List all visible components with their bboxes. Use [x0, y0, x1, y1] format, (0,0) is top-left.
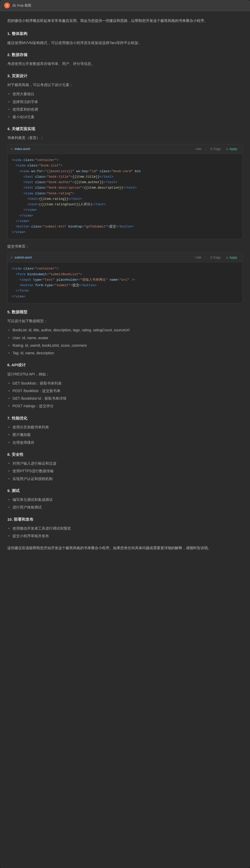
section-deploy-bullets: 使用微信开发者工具进行调试和预览 提交小程序审核并发布 — [7, 525, 243, 539]
bullet-item: Rating: id, userId, bookListId, score, c… — [7, 342, 243, 349]
bullet-item: 使用分页加载书单列表 — [7, 424, 243, 431]
bullet-item: 实现用户认证和授权机制 — [7, 475, 243, 482]
code-actions-2: ↑ Ask | ⎘ Copy ▷ Apply — [192, 254, 239, 260]
section-2-body: 考虑使用云开发数据库存储书单、用户、评分等信息。 — [7, 61, 243, 67]
bullet-item: 提交小程序审核并发布 — [7, 533, 243, 539]
code-filename-1: index.wxml — [14, 146, 189, 152]
title-bar: X 由 Xnip 截图 — [0, 0, 250, 11]
ask-button-1[interactable]: ↑ Ask — [192, 146, 203, 152]
section-test-bullets: 编写单元测试和集成测试 进行用户体验测试 — [7, 496, 243, 510]
copy-button-2[interactable]: ⎘ Copy — [208, 255, 223, 260]
section-3-bullets: 使用大量留白 选择简洁的字体 使用柔和的色调 最小化UI元素 — [7, 91, 243, 120]
main-window: X 由 Xnip 截图 您的微信小程序概念听起来非常有趣且实用。我会为您提供一些… — [0, 0, 250, 868]
section-3-body: 对于极简风格，可以考虑以下设计元素： — [7, 82, 243, 88]
file-icon-2: ≡ — [11, 255, 12, 260]
bullet-item: 进行用户体验测试 — [7, 504, 243, 510]
apply-button-1[interactable]: ▷ Apply — [224, 146, 239, 152]
bullet-item: BookList: id, title, author, description… — [7, 327, 243, 334]
section-3-heading: 3. 页面设计 — [7, 72, 243, 79]
file-icon-1: ≡ — [11, 146, 12, 152]
footer-text: 这些建议应该能帮助您开始开发这个极简风格的书单聚合小程序。如果您有任何具体问题或… — [7, 545, 243, 551]
bullet-item: POST /booklists：提交新书单 — [7, 388, 243, 394]
app-logo: X — [4, 3, 10, 8]
ask-button-2[interactable]: ↑ Ask — [192, 255, 203, 260]
code-block-2-header: ≡ submit.wxml ↑ Ask | ⎘ Copy ▷ Apply — [7, 253, 243, 262]
bullet-item: 对用户输入进行验证和过滤 — [7, 460, 243, 467]
bullet-item: 选择简洁的字体 — [7, 99, 243, 105]
section-data-bullets: BookList: id, title, author, description… — [7, 327, 243, 356]
bullet-item: GET /booklists：获取书单列表 — [7, 380, 243, 386]
code-block-1-header: ≡ index.wxml ↑ Ask | ⎘ Copy ▷ Apply — [7, 144, 243, 154]
sub-label-1: 书单列表页（首页）： — [7, 135, 243, 141]
apply-button-2[interactable]: ▷ Apply — [224, 255, 239, 260]
section-api-bullets: GET /booklists：获取书单列表 POST /booklists：提交… — [7, 380, 243, 410]
logo-text: X — [6, 3, 8, 8]
section-1-body: 建议使用MVVM架构模式，可以使用微信小程序原生框架或选择Taro等跨平台框架。 — [7, 40, 243, 46]
section-data-heading: 5. 数据模型 — [7, 309, 243, 315]
bullet-item: 使用HTTPS进行数据传输 — [7, 468, 243, 474]
bullet-item: GET /booklists/:id：获取书单详情 — [7, 395, 243, 402]
sub-label-2: 提交书单页： — [7, 243, 243, 250]
section-1-heading: 1. 整体架构 — [7, 30, 243, 37]
section-perf-heading: 7. 性能优化 — [7, 415, 243, 422]
section-perf-bullets: 使用分页加载书单列表 图片懒加载 合理使用缓存 — [7, 424, 243, 446]
bullet-item: 使用柔和的色调 — [7, 106, 243, 113]
bullet-item: 合理使用缓存 — [7, 439, 243, 446]
code-block-2: ≡ submit.wxml ↑ Ask | ⎘ Copy ▷ Apply <vi… — [7, 252, 243, 303]
code-filename-2: submit.wxml — [14, 255, 189, 260]
section-api-body: 设计RESTful API，例如： — [7, 371, 243, 377]
bullet-item: 编写单元测试和集成测试 — [7, 496, 243, 503]
bullet-item: 图片懒加载 — [7, 432, 243, 438]
section-4-heading: 4. 关键页面实现 — [7, 125, 243, 132]
copy-icon-2: ⎘ — [210, 256, 212, 259]
section-2-heading: 2. 数据存储 — [7, 52, 243, 58]
section-test-heading: 9. 测试 — [7, 487, 243, 494]
code-content-2: <view class="container"> <form bindsubmi… — [7, 262, 243, 303]
bullet-item: User: id, name, avatar — [7, 335, 243, 341]
intro-text: 您的微信小程序概念听起来非常有趣且实用。我会为您提供一些建议和思路，以帮助您开发… — [7, 18, 243, 24]
bullet-item: 使用大量留白 — [7, 91, 243, 97]
copy-icon-1: ⎘ — [210, 147, 212, 151]
bullet-item: Tag: id, name, description — [7, 350, 243, 356]
bullet-item: 使用微信开发者工具进行调试和预览 — [7, 525, 243, 532]
main-content: 您的微信小程序概念听起来非常有趣且实用。我会为您提供一些建议和思路，以帮助您开发… — [0, 11, 250, 564]
section-security-heading: 8. 安全性 — [7, 451, 243, 458]
code-actions-1: ↑ Ask | ⎘ Copy ▷ Apply — [192, 146, 239, 152]
copy-button-1[interactable]: ⎘ Copy — [208, 146, 223, 152]
code-content-1: <view class="container"> <view class="bo… — [7, 154, 243, 239]
section-deploy-heading: 10. 部署和发布 — [7, 516, 243, 523]
code-block-1: ≡ index.wxml ↑ Ask | ⎘ Copy ▷ Apply <vie… — [7, 144, 243, 239]
bullet-item: 最小化UI元素 — [7, 114, 243, 120]
section-api-heading: 6. API设计 — [7, 362, 243, 368]
window-title: 由 Xnip 截图 — [12, 3, 31, 8]
bullet-item: POST /ratings：提交评分 — [7, 403, 243, 409]
section-security-bullets: 对用户输入进行验证和过滤 使用HTTPS进行数据传输 实现用户认证和授权机制 — [7, 460, 243, 482]
section-data-body: 可以设计如下数据模型： — [7, 318, 243, 324]
